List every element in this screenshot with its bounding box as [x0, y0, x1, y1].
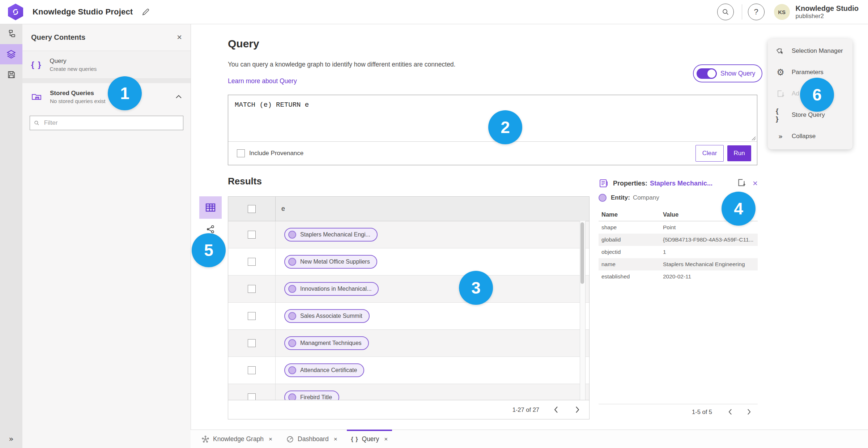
- callout-3: 3: [459, 271, 493, 305]
- selection-manager-item[interactable]: Selection Manager: [768, 40, 852, 61]
- property-value: 1: [663, 249, 758, 255]
- close-panel-icon[interactable]: ×: [177, 33, 182, 42]
- rail-item-knowledge-graph[interactable]: [0, 24, 22, 44]
- show-query-toggle[interactable]: Show Query: [693, 64, 762, 82]
- user-block[interactable]: Knowledge Studio publisher2: [796, 4, 859, 20]
- entity-dot-icon: [288, 339, 296, 347]
- table-row[interactable]: New Metal Office Suppliers: [228, 248, 589, 276]
- expand-rail-button[interactable]: »: [0, 431, 22, 446]
- rail-item-layers-selected[interactable]: [0, 44, 22, 64]
- results-range-label: 1-27 of 27: [512, 406, 539, 413]
- entity-pill[interactable]: Innovations in Mechanical...: [284, 282, 379, 296]
- property-row: established 2020-02-11: [599, 270, 758, 283]
- property-value: 2020-02-11: [663, 273, 758, 280]
- row-checkbox[interactable]: [248, 258, 256, 266]
- collapse-item[interactable]: » Collapse: [768, 125, 852, 147]
- toggle-switch[interactable]: [697, 68, 717, 79]
- entity-pill-label: Innovations in Mechanical...: [300, 286, 371, 292]
- entity-dot-icon: [288, 366, 296, 374]
- entity-dot-icon: [288, 258, 296, 266]
- properties-range-label: 1-5 of 5: [692, 409, 712, 415]
- rail-item-save[interactable]: [0, 64, 22, 85]
- add-to-new-icon[interactable]: [737, 178, 746, 189]
- selection-manager-icon: [776, 47, 785, 55]
- next-page-button[interactable]: [575, 406, 580, 413]
- prev-page-button[interactable]: [554, 406, 558, 413]
- row-checkbox[interactable]: [248, 366, 256, 374]
- entity-pill[interactable]: Sales Associate Summit: [284, 309, 370, 323]
- header-divider: [742, 4, 742, 20]
- toggle-knob: [707, 69, 716, 78]
- knowledge-graph-icon: [201, 435, 209, 443]
- tab-query-active[interactable]: { } Query ×: [347, 430, 392, 448]
- run-button[interactable]: Run: [727, 145, 751, 161]
- tab-knowledge-graph[interactable]: Knowledge Graph ×: [197, 430, 277, 448]
- tab-dashboard[interactable]: Dashboard ×: [282, 430, 342, 448]
- selection-manager-label: Selection Manager: [792, 47, 843, 55]
- knowledge-studio-app: Knowledge Studio Project ? KS Knowledge …: [0, 0, 868, 448]
- scrollbar-thumb[interactable]: [580, 222, 584, 284]
- collapse-icon: »: [776, 132, 785, 141]
- prev-properties-button[interactable]: [728, 409, 732, 415]
- callout-6: 6: [800, 78, 834, 112]
- hierarchy-icon: [7, 29, 16, 39]
- close-properties-icon[interactable]: ×: [753, 179, 758, 188]
- edit-title-icon[interactable]: [141, 8, 150, 16]
- left-icon-rail: »: [0, 24, 22, 448]
- query-contents-title: Query Contents: [31, 33, 85, 42]
- tab-label: Knowledge Graph: [213, 435, 264, 443]
- stored-queries-filter[interactable]: [30, 116, 183, 130]
- table-row[interactable]: Innovations in Mechanical...: [228, 276, 589, 303]
- close-tab-icon[interactable]: ×: [384, 436, 388, 443]
- entity-pill[interactable]: Attendance Certificate: [284, 363, 364, 377]
- learn-more-link[interactable]: Learn more about Query: [228, 77, 297, 85]
- table-row[interactable]: Staplers Mechanical Engi...: [228, 221, 589, 248]
- header-actions: ? KS Knowledge Studio publisher2: [711, 4, 859, 20]
- query-page-title: Query: [228, 38, 259, 50]
- braces-icon: { }: [31, 60, 42, 69]
- table-row[interactable]: Managment Techniques: [228, 330, 589, 357]
- include-provenance-checkbox[interactable]: [237, 149, 245, 157]
- next-properties-button[interactable]: [747, 409, 751, 415]
- add-to-label: Ad: [792, 90, 799, 97]
- avatar[interactable]: KS: [774, 4, 790, 20]
- clear-button[interactable]: Clear: [695, 145, 724, 162]
- filter-input[interactable]: [43, 119, 179, 127]
- table-view-toggle[interactable]: [199, 196, 222, 219]
- property-value: Point: [663, 224, 758, 231]
- entity-pill[interactable]: Managment Techniques: [284, 336, 369, 350]
- store-query-label: Store Query: [792, 111, 825, 119]
- chevron-up-icon[interactable]: [175, 95, 182, 99]
- row-checkbox[interactable]: [248, 231, 256, 239]
- properties-entity-link[interactable]: Staplers Mechanic...: [650, 180, 712, 187]
- callout-1: 1: [108, 76, 142, 110]
- table-row[interactable]: Attendance Certificate: [228, 357, 589, 384]
- entity-pill[interactable]: Staplers Mechanical Engi...: [284, 228, 378, 242]
- link-chart-icon: [205, 224, 216, 234]
- entity-pill-label: Managment Techniques: [300, 340, 362, 346]
- braces-icon: { }: [351, 436, 358, 443]
- contents-item-stored-queries[interactable]: Stored Queries No stored queries exist: [22, 83, 191, 111]
- property-value: Staplers Mechanical Engineering: [663, 261, 758, 268]
- entity-label: Entity:: [611, 194, 630, 201]
- close-tab-icon[interactable]: ×: [269, 436, 272, 443]
- row-checkbox[interactable]: [248, 339, 256, 347]
- row-checkbox[interactable]: [248, 312, 256, 320]
- property-row: globalid {5D9B4713-F98D-4A53-A59F-C11...: [599, 234, 758, 246]
- table-row[interactable]: Sales Associate Summit: [228, 303, 589, 330]
- section-divider: [22, 79, 191, 83]
- stored-queries-folder-icon: [31, 91, 42, 102]
- entity-pill[interactable]: New Metal Office Suppliers: [284, 255, 377, 269]
- search-button[interactable]: [717, 4, 734, 20]
- row-checkbox[interactable]: [248, 285, 256, 293]
- help-button[interactable]: ?: [748, 4, 765, 20]
- project-title: Knowledge Studio Project: [33, 7, 133, 17]
- close-tab-icon[interactable]: ×: [334, 436, 337, 443]
- gear-icon: ⚙: [776, 68, 785, 77]
- table-scrollbar[interactable]: [580, 221, 586, 400]
- stored-queries-label: Stored Queries: [50, 90, 105, 97]
- select-all-checkbox[interactable]: [248, 205, 256, 213]
- contents-item-query[interactable]: { } Query Create new queries: [22, 51, 191, 79]
- include-provenance-label: Include Provenance: [249, 150, 303, 157]
- property-value: {5D9B4713-F98D-4A53-A59F-C11...: [663, 236, 758, 243]
